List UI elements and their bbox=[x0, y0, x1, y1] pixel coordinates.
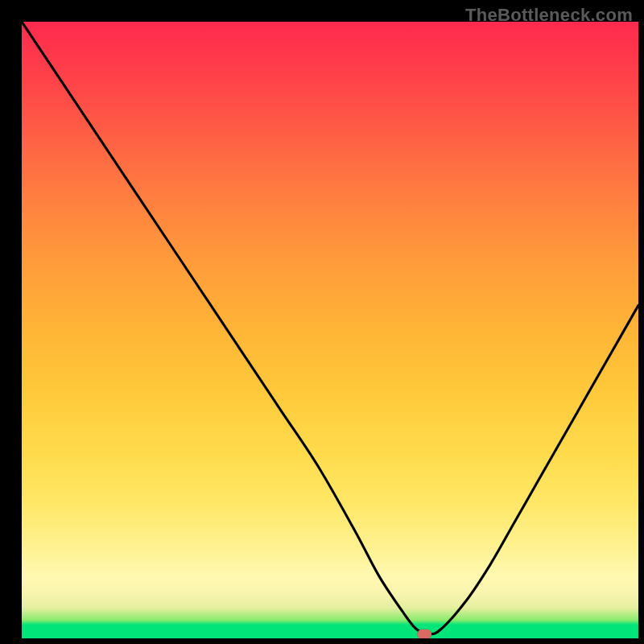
bottleneck-curve bbox=[22, 22, 638, 634]
optimum-marker bbox=[417, 630, 431, 638]
plot-area bbox=[22, 22, 638, 638]
chart-svg bbox=[22, 22, 638, 638]
chart-frame: TheBottleneck.com bbox=[0, 0, 644, 644]
watermark-text: TheBottleneck.com bbox=[465, 5, 633, 26]
